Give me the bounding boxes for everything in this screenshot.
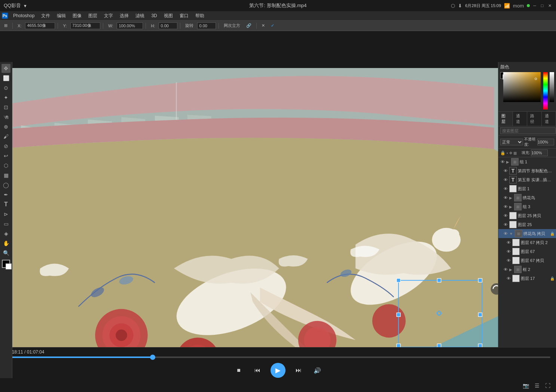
canvas-area[interactable]: -0.2° [12,68,498,378]
visibility-group1[interactable]: 👁 [500,159,505,164]
menu-window[interactable]: 窗口 [177,12,192,20]
brightness-bar[interactable] [550,72,554,102]
progress-bar-container[interactable] [0,356,556,358]
restore-button[interactable]: □ [540,3,545,8]
visibility-17[interactable]: 👁 [506,276,511,281]
menu-text[interactable]: 文字 [101,12,116,20]
layer-text1[interactable]: 👁 T 第四节 形制配色实操 [498,166,556,175]
layer-67copy2[interactable]: 👁 图层 67 拷贝 2 [498,238,556,247]
menu-help[interactable]: 帮助 [192,12,207,20]
rotate-input[interactable] [197,22,216,29]
layer-text2[interactable]: 👁 T 第五章 实课...插树汉服设计 [498,175,556,184]
move-tool[interactable]: ✥ [1,64,10,73]
heal-tool[interactable]: ⊕ [1,122,10,131]
blend-mode-select[interactable]: 正常 [500,139,523,145]
close-button[interactable]: ✕ [547,3,552,8]
visibility-group2[interactable]: 👁 [503,267,508,272]
gradient-tool[interactable]: ▦ [1,171,10,180]
color-gradient[interactable] [503,72,541,102]
next-button[interactable]: ⏭ [293,365,304,376]
visibility-layer1[interactable]: 👁 [503,186,508,191]
visibility-text2[interactable]: 👁 [503,177,508,182]
zoom-tool[interactable]: 🔍 [1,249,10,257]
layer-layer1[interactable]: 👁 图层 1 [498,184,556,193]
menu-select[interactable]: 选择 [117,12,132,20]
volume-button[interactable]: 🔊 [312,365,323,376]
visibility-embroid-copy[interactable]: 👁 [503,231,508,236]
visibility-25[interactable]: 👁 [503,222,508,227]
menu-photoshop[interactable]: Photoshop [10,12,37,19]
app-dropdown-icon[interactable]: ▾ [24,3,27,9]
download-icon: ⬇ [458,3,462,9]
layer-group2[interactable]: 👁 ▶ ⊞ 框 2 [498,265,556,274]
menu-3d[interactable]: 3D [148,12,160,19]
layer-25copy[interactable]: 👁 图层 25 拷贝 [498,211,556,220]
progress-track[interactable] [6,356,550,358]
tab-channels[interactable]: 通道 [513,112,528,126]
history-brush-tool[interactable]: ↩ [1,151,10,160]
lock-icon-embroid-copy: 🔒 [550,232,555,236]
foreground-color[interactable] [2,260,10,268]
w-input[interactable] [117,22,143,29]
layer-17[interactable]: 👁 图层 17 🔒 [498,274,556,283]
layer-embroid[interactable]: 👁 ▶ ⊞ 绣花鸟 [498,193,556,202]
shape-tool[interactable]: ▭ [1,219,10,228]
rectangle-select-tool[interactable]: ⬜ [1,74,10,83]
opacity-input[interactable] [537,139,554,145]
menu-filter[interactable]: 滤镜 [132,12,147,20]
layer-embroid-copy[interactable]: 👁 ▼ ⊞ 绣花鸟 拷贝 🔒 [498,229,556,238]
h-input[interactable] [159,22,177,29]
layer-67copy[interactable]: 👁 图层 67 拷贝 [498,256,556,265]
menu-image[interactable]: 图像 [70,12,85,20]
layer-search-input[interactable] [500,127,556,134]
tab-channels2[interactable]: 通道 [542,112,556,126]
y-input[interactable] [70,22,100,29]
path-select-tool[interactable]: ⊳ [1,210,10,219]
text-tool[interactable]: T [1,200,10,209]
minimize-button[interactable]: ─ [532,3,537,8]
tab-layers[interactable]: 图层 [498,112,513,126]
visibility-embroid[interactable]: 👁 [503,195,508,200]
cancel-transform-button[interactable]: ✕ [259,22,267,29]
lasso-tool[interactable]: ⊙ [1,83,10,92]
hand-tool[interactable]: ✋ [1,239,10,248]
stop-button[interactable]: ■ [233,365,244,376]
eyedropper-tool[interactable]: 🖲 [1,112,10,121]
eraser-tool[interactable]: ⬡ [1,161,10,170]
background-color[interactable] [6,263,12,269]
tab-paths[interactable]: 路径 [527,112,542,126]
visibility-67[interactable]: 👁 [506,249,511,254]
dodge-tool[interactable]: ◯ [1,180,10,189]
menu-layer[interactable]: 图层 [85,12,100,20]
visibility-67copy2[interactable]: 👁 [506,240,511,245]
link-icon[interactable]: 🔗 [244,22,254,29]
crop-tool[interactable]: ⊡ [1,103,10,112]
menu-edit[interactable]: 编辑 [54,12,69,20]
pen-tool[interactable]: ✒ [1,190,10,199]
magic-wand-tool[interactable]: ✦ [1,93,10,102]
color-hue-bar[interactable] [543,72,548,109]
layer-67[interactable]: 👁 图层 67 [498,247,556,256]
3d-tool[interactable]: ◈ [1,229,10,238]
prev-button[interactable]: ⏮ [252,365,263,376]
layer-group3[interactable]: 👁 ▶ ⊞ 组 3 [498,202,556,211]
clone-tool[interactable]: ⊘ [1,142,10,151]
menu-file[interactable]: 文件 [38,12,53,20]
brush-tool[interactable]: 🖌 [1,132,10,141]
progress-handle[interactable] [150,355,155,360]
screenshot-button[interactable]: 📷 [523,383,529,389]
menu-view[interactable]: 视图 [161,12,176,20]
x-input[interactable] [25,22,55,29]
playlist-button[interactable]: ☰ [535,383,540,389]
visibility-text1[interactable]: 👁 [503,168,508,173]
play-button[interactable]: ▶ [271,363,285,378]
layer-25[interactable]: 👁 图层 25 [498,220,556,229]
visibility-67copy[interactable]: 👁 [506,258,511,263]
h-label: H: [149,23,157,29]
visibility-group3[interactable]: 👁 [503,204,508,209]
fullscreen-button[interactable]: ⛶ [545,383,550,389]
fill-input[interactable] [531,149,548,156]
visibility-25copy[interactable]: 👁 [503,213,508,218]
confirm-transform-button[interactable]: ✓ [269,22,277,29]
layer-group1[interactable]: 👁 ▶ ⊞ 组 1 [498,157,556,166]
